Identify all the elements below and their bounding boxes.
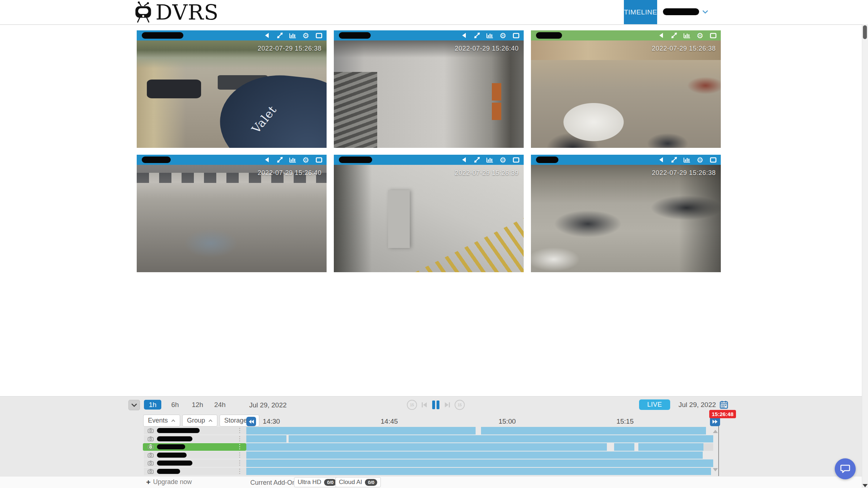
settings-icon[interactable]: ⚙ bbox=[302, 157, 309, 163]
stats-icon[interactable] bbox=[486, 157, 493, 163]
rewind-15s-button[interactable]: 15 bbox=[407, 400, 417, 410]
volume-icon[interactable] bbox=[460, 32, 467, 39]
fast-forward-icon bbox=[712, 419, 718, 424]
settings-icon[interactable]: ⚙ bbox=[302, 32, 309, 39]
camera-name-redacted bbox=[142, 157, 171, 163]
account-menu[interactable] bbox=[663, 8, 708, 15]
range-1h-button[interactable]: 1h bbox=[144, 400, 161, 410]
tab-timeline[interactable]: TIMELINE bbox=[624, 0, 657, 24]
group-filter-button[interactable]: Group bbox=[182, 415, 217, 427]
volume-icon[interactable] bbox=[658, 32, 664, 39]
pause-icon[interactable] bbox=[431, 400, 440, 410]
range-6h-button[interactable]: 6h bbox=[166, 400, 184, 410]
chat-bubble-icon bbox=[840, 464, 850, 474]
axis-tick: 14:30 bbox=[263, 418, 280, 425]
stats-icon[interactable] bbox=[486, 32, 493, 39]
events-filter-label: Events bbox=[148, 417, 168, 424]
scroll-up-icon[interactable] bbox=[713, 430, 718, 433]
camera-list-item[interactable]: ⋮ bbox=[144, 459, 246, 467]
upgrade-link[interactable]: + Upgrade now bbox=[146, 478, 192, 486]
stats-icon[interactable] bbox=[684, 32, 690, 39]
volume-icon[interactable] bbox=[460, 157, 467, 163]
fullscreen-icon[interactable] bbox=[473, 157, 480, 163]
recording-track[interactable] bbox=[246, 427, 720, 435]
fullscreen-icon[interactable] bbox=[473, 32, 480, 39]
camera-tile-header: ⚙ bbox=[137, 155, 327, 165]
camera-tile: ⚙ 2022-07-29 15:26:38 Valet bbox=[137, 30, 327, 148]
addons-label: Current Add-Ons: bbox=[250, 479, 301, 487]
volume-icon[interactable] bbox=[263, 157, 270, 163]
live-button[interactable]: LIVE bbox=[639, 399, 670, 410]
page-scrollbar[interactable] bbox=[862, 24, 868, 488]
popout-icon[interactable] bbox=[315, 157, 322, 163]
fullscreen-icon[interactable] bbox=[276, 157, 283, 163]
range-12h-button[interactable]: 12h bbox=[189, 400, 206, 410]
kebab-menu-icon[interactable]: ⋮ bbox=[237, 469, 243, 474]
recording-track[interactable] bbox=[246, 435, 720, 443]
addon-count-badge: 0/0 bbox=[365, 479, 377, 486]
chat-widget-button[interactable] bbox=[835, 458, 856, 479]
popout-icon[interactable] bbox=[512, 32, 519, 39]
camera-name-redacted bbox=[157, 469, 180, 474]
camera-list-item[interactable]: ⋮ bbox=[144, 427, 246, 435]
camera-video[interactable]: 2022-07-29 15:26:38 Valet bbox=[137, 40, 327, 148]
camera-list-item[interactable]: ⋮ bbox=[144, 468, 246, 475]
volume-icon[interactable] bbox=[658, 157, 664, 163]
addon-count-badge: 0/0 bbox=[324, 479, 336, 486]
camera-video[interactable]: 2022-07-29 15:26:38 bbox=[531, 165, 721, 272]
stats-icon[interactable] bbox=[289, 157, 296, 163]
camera-icon bbox=[148, 461, 154, 466]
recording-track[interactable] bbox=[246, 459, 720, 467]
recording-track[interactable] bbox=[246, 451, 720, 459]
addon-cloud-ai[interactable]: Cloud AI 0/0 bbox=[335, 477, 381, 487]
camera-tile-header: ⚙ bbox=[531, 155, 721, 165]
camera-list-item[interactable]: ⋮ bbox=[144, 435, 246, 443]
scroll-down-icon[interactable] bbox=[713, 468, 718, 471]
scrollbar-thumb[interactable] bbox=[863, 25, 867, 39]
popout-icon[interactable] bbox=[710, 32, 716, 39]
camera-video[interactable]: 2022-07-29 15:26:40 bbox=[137, 165, 327, 272]
panel-footer: + Upgrade now Current Add-Ons: Ultra HD … bbox=[0, 476, 868, 488]
fullscreen-icon[interactable] bbox=[671, 32, 677, 39]
popout-icon[interactable] bbox=[512, 157, 519, 163]
camera-list-item-selected[interactable]: ⋮ bbox=[143, 443, 246, 451]
app-header: DVRS TIMELINE bbox=[0, 0, 868, 25]
events-filter-button[interactable]: Events bbox=[143, 415, 180, 427]
camera-list-item[interactable]: ⋮ bbox=[144, 451, 246, 459]
popout-icon[interactable] bbox=[315, 32, 322, 39]
tv-icon bbox=[132, 1, 154, 23]
stats-icon[interactable] bbox=[289, 32, 296, 39]
camera-video[interactable]: 2022-07-29 15:26:40 bbox=[334, 40, 524, 148]
camera-tile: ⚙ 2022-07-29 15:26:40 bbox=[334, 30, 524, 148]
skip-previous-icon[interactable] bbox=[421, 402, 427, 408]
kebab-menu-icon[interactable]: ⋮ bbox=[237, 453, 243, 458]
stats-icon[interactable] bbox=[684, 157, 690, 163]
volume-icon[interactable] bbox=[263, 32, 270, 39]
recording-track[interactable] bbox=[246, 468, 720, 475]
kebab-menu-icon[interactable]: ⋮ bbox=[237, 436, 243, 441]
settings-icon[interactable]: ⚙ bbox=[697, 157, 703, 163]
collapse-panel-button[interactable] bbox=[128, 400, 140, 410]
settings-icon[interactable]: ⚙ bbox=[499, 157, 506, 163]
range-24h-button[interactable]: 24h bbox=[211, 400, 229, 410]
camera-name-redacted bbox=[339, 157, 372, 163]
kebab-menu-icon[interactable]: ⋮ bbox=[237, 444, 243, 449]
calendar-icon[interactable] bbox=[720, 401, 728, 409]
camera-tile: ⚙ 2022-07-29 15:26:38 bbox=[531, 155, 721, 272]
popout-icon[interactable] bbox=[710, 157, 716, 163]
fullscreen-icon[interactable] bbox=[276, 32, 283, 39]
camera-video[interactable]: 2022-07-29 15:26:39 bbox=[334, 165, 524, 272]
forward-15s-button[interactable]: 15 bbox=[455, 400, 465, 410]
settings-icon[interactable]: ⚙ bbox=[697, 32, 703, 39]
kebab-menu-icon[interactable]: ⋮ bbox=[237, 428, 243, 433]
scrollbar-down-arrow[interactable] bbox=[863, 484, 868, 487]
camera-video[interactable]: 2022-07-29 15:26:38 bbox=[531, 40, 721, 148]
settings-icon[interactable]: ⚙ bbox=[499, 32, 506, 39]
brand-name: DVRS bbox=[156, 1, 219, 24]
fullscreen-icon[interactable] bbox=[671, 157, 677, 163]
skip-next-icon[interactable] bbox=[444, 402, 450, 408]
selected-date[interactable]: Jul 29, 2022 bbox=[678, 401, 728, 409]
kebab-menu-icon[interactable]: ⋮ bbox=[237, 461, 243, 466]
addon-ultra-hd[interactable]: Ultra HD 0/0 bbox=[294, 477, 340, 487]
recording-track[interactable] bbox=[246, 443, 720, 451]
